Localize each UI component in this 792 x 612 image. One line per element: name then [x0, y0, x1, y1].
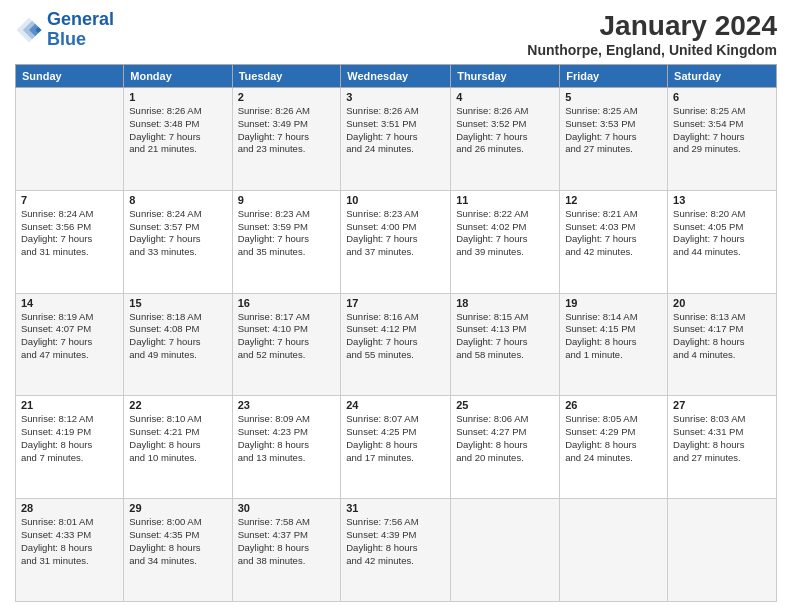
calendar-cell: 1Sunrise: 8:26 AM Sunset: 3:48 PM Daylig… — [124, 88, 232, 191]
calendar-cell: 29Sunrise: 8:00 AM Sunset: 4:35 PM Dayli… — [124, 499, 232, 602]
day-number: 20 — [673, 297, 771, 309]
logo-general: General — [47, 9, 114, 29]
calendar-header-monday: Monday — [124, 65, 232, 88]
day-number: 21 — [21, 399, 118, 411]
calendar-cell: 13Sunrise: 8:20 AM Sunset: 4:05 PM Dayli… — [668, 190, 777, 293]
day-number: 10 — [346, 194, 445, 206]
calendar-week-row: 21Sunrise: 8:12 AM Sunset: 4:19 PM Dayli… — [16, 396, 777, 499]
day-number: 5 — [565, 91, 662, 103]
day-info: Sunrise: 8:00 AM Sunset: 4:35 PM Dayligh… — [129, 516, 226, 567]
day-info: Sunrise: 8:07 AM Sunset: 4:25 PM Dayligh… — [346, 413, 445, 464]
day-number: 6 — [673, 91, 771, 103]
day-info: Sunrise: 8:06 AM Sunset: 4:27 PM Dayligh… — [456, 413, 554, 464]
calendar-cell: 7Sunrise: 8:24 AM Sunset: 3:56 PM Daylig… — [16, 190, 124, 293]
calendar-cell: 8Sunrise: 8:24 AM Sunset: 3:57 PM Daylig… — [124, 190, 232, 293]
day-info: Sunrise: 8:22 AM Sunset: 4:02 PM Dayligh… — [456, 208, 554, 259]
calendar-table: SundayMondayTuesdayWednesdayThursdayFrid… — [15, 64, 777, 602]
day-info: Sunrise: 8:03 AM Sunset: 4:31 PM Dayligh… — [673, 413, 771, 464]
day-info: Sunrise: 8:15 AM Sunset: 4:13 PM Dayligh… — [456, 311, 554, 362]
calendar-cell: 10Sunrise: 8:23 AM Sunset: 4:00 PM Dayli… — [341, 190, 451, 293]
calendar-cell: 24Sunrise: 8:07 AM Sunset: 4:25 PM Dayli… — [341, 396, 451, 499]
calendar-cell: 12Sunrise: 8:21 AM Sunset: 4:03 PM Dayli… — [560, 190, 668, 293]
logo-blue: Blue — [47, 29, 86, 49]
day-info: Sunrise: 8:19 AM Sunset: 4:07 PM Dayligh… — [21, 311, 118, 362]
calendar-header-row: SundayMondayTuesdayWednesdayThursdayFrid… — [16, 65, 777, 88]
calendar-week-row: 28Sunrise: 8:01 AM Sunset: 4:33 PM Dayli… — [16, 499, 777, 602]
day-number: 26 — [565, 399, 662, 411]
calendar-cell: 17Sunrise: 8:16 AM Sunset: 4:12 PM Dayli… — [341, 293, 451, 396]
calendar-header-friday: Friday — [560, 65, 668, 88]
calendar-cell: 2Sunrise: 8:26 AM Sunset: 3:49 PM Daylig… — [232, 88, 341, 191]
day-info: Sunrise: 8:01 AM Sunset: 4:33 PM Dayligh… — [21, 516, 118, 567]
calendar-cell: 15Sunrise: 8:18 AM Sunset: 4:08 PM Dayli… — [124, 293, 232, 396]
day-number: 3 — [346, 91, 445, 103]
day-number: 2 — [238, 91, 336, 103]
calendar-cell: 6Sunrise: 8:25 AM Sunset: 3:54 PM Daylig… — [668, 88, 777, 191]
day-info: Sunrise: 8:24 AM Sunset: 3:57 PM Dayligh… — [129, 208, 226, 259]
day-info: Sunrise: 8:26 AM Sunset: 3:48 PM Dayligh… — [129, 105, 226, 156]
calendar-cell: 19Sunrise: 8:14 AM Sunset: 4:15 PM Dayli… — [560, 293, 668, 396]
day-info: Sunrise: 8:12 AM Sunset: 4:19 PM Dayligh… — [21, 413, 118, 464]
day-number: 14 — [21, 297, 118, 309]
calendar-cell: 27Sunrise: 8:03 AM Sunset: 4:31 PM Dayli… — [668, 396, 777, 499]
day-number: 22 — [129, 399, 226, 411]
day-number: 11 — [456, 194, 554, 206]
day-number: 24 — [346, 399, 445, 411]
day-info: Sunrise: 8:13 AM Sunset: 4:17 PM Dayligh… — [673, 311, 771, 362]
calendar-cell: 20Sunrise: 8:13 AM Sunset: 4:17 PM Dayli… — [668, 293, 777, 396]
day-info: Sunrise: 8:09 AM Sunset: 4:23 PM Dayligh… — [238, 413, 336, 464]
day-info: Sunrise: 8:10 AM Sunset: 4:21 PM Dayligh… — [129, 413, 226, 464]
calendar-cell — [451, 499, 560, 602]
calendar-header-saturday: Saturday — [668, 65, 777, 88]
day-number: 25 — [456, 399, 554, 411]
calendar-header-tuesday: Tuesday — [232, 65, 341, 88]
calendar-cell: 4Sunrise: 8:26 AM Sunset: 3:52 PM Daylig… — [451, 88, 560, 191]
day-number: 12 — [565, 194, 662, 206]
day-info: Sunrise: 8:14 AM Sunset: 4:15 PM Dayligh… — [565, 311, 662, 362]
calendar-cell: 22Sunrise: 8:10 AM Sunset: 4:21 PM Dayli… — [124, 396, 232, 499]
calendar-cell: 9Sunrise: 8:23 AM Sunset: 3:59 PM Daylig… — [232, 190, 341, 293]
calendar-cell: 26Sunrise: 8:05 AM Sunset: 4:29 PM Dayli… — [560, 396, 668, 499]
day-number: 27 — [673, 399, 771, 411]
day-info: Sunrise: 7:58 AM Sunset: 4:37 PM Dayligh… — [238, 516, 336, 567]
calendar-header-wednesday: Wednesday — [341, 65, 451, 88]
calendar-cell: 11Sunrise: 8:22 AM Sunset: 4:02 PM Dayli… — [451, 190, 560, 293]
calendar-cell: 3Sunrise: 8:26 AM Sunset: 3:51 PM Daylig… — [341, 88, 451, 191]
day-number: 8 — [129, 194, 226, 206]
day-info: Sunrise: 8:20 AM Sunset: 4:05 PM Dayligh… — [673, 208, 771, 259]
calendar-cell: 25Sunrise: 8:06 AM Sunset: 4:27 PM Dayli… — [451, 396, 560, 499]
calendar-cell: 21Sunrise: 8:12 AM Sunset: 4:19 PM Dayli… — [16, 396, 124, 499]
calendar-header-sunday: Sunday — [16, 65, 124, 88]
day-info: Sunrise: 8:05 AM Sunset: 4:29 PM Dayligh… — [565, 413, 662, 464]
day-number: 15 — [129, 297, 226, 309]
day-number: 17 — [346, 297, 445, 309]
calendar-cell: 18Sunrise: 8:15 AM Sunset: 4:13 PM Dayli… — [451, 293, 560, 396]
day-info: Sunrise: 8:25 AM Sunset: 3:53 PM Dayligh… — [565, 105, 662, 156]
calendar-cell: 31Sunrise: 7:56 AM Sunset: 4:39 PM Dayli… — [341, 499, 451, 602]
calendar-week-row: 1Sunrise: 8:26 AM Sunset: 3:48 PM Daylig… — [16, 88, 777, 191]
calendar-cell: 30Sunrise: 7:58 AM Sunset: 4:37 PM Dayli… — [232, 499, 341, 602]
day-info: Sunrise: 8:23 AM Sunset: 3:59 PM Dayligh… — [238, 208, 336, 259]
day-info: Sunrise: 8:21 AM Sunset: 4:03 PM Dayligh… — [565, 208, 662, 259]
day-number: 19 — [565, 297, 662, 309]
location: Nunthorpe, England, United Kingdom — [527, 42, 777, 58]
calendar-header-thursday: Thursday — [451, 65, 560, 88]
day-number: 23 — [238, 399, 336, 411]
calendar-cell — [16, 88, 124, 191]
title-block: January 2024 Nunthorpe, England, United … — [527, 10, 777, 58]
day-info: Sunrise: 8:24 AM Sunset: 3:56 PM Dayligh… — [21, 208, 118, 259]
day-number: 1 — [129, 91, 226, 103]
day-number: 16 — [238, 297, 336, 309]
calendar-week-row: 7Sunrise: 8:24 AM Sunset: 3:56 PM Daylig… — [16, 190, 777, 293]
month-year: January 2024 — [527, 10, 777, 42]
day-number: 4 — [456, 91, 554, 103]
day-number: 28 — [21, 502, 118, 514]
day-number: 30 — [238, 502, 336, 514]
day-info: Sunrise: 8:25 AM Sunset: 3:54 PM Dayligh… — [673, 105, 771, 156]
logo-text: General Blue — [47, 10, 114, 50]
day-info: Sunrise: 8:26 AM Sunset: 3:52 PM Dayligh… — [456, 105, 554, 156]
day-info: Sunrise: 8:26 AM Sunset: 3:49 PM Dayligh… — [238, 105, 336, 156]
calendar-cell — [560, 499, 668, 602]
day-info: Sunrise: 7:56 AM Sunset: 4:39 PM Dayligh… — [346, 516, 445, 567]
header: General Blue January 2024 Nunthorpe, Eng… — [15, 10, 777, 58]
